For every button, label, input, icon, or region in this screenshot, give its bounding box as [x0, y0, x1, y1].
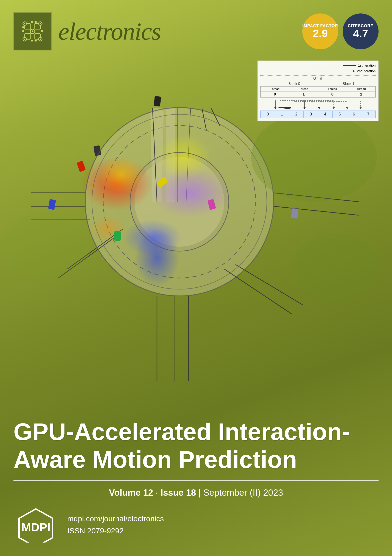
circuit-icon: [18, 17, 47, 46]
thread-header-0: Thread: [261, 86, 289, 92]
svg-marker-100: [360, 107, 362, 109]
footer-text: mdpi.com/journal/electronics ISSN 2079-9…: [67, 512, 164, 537]
gpu-diagram: 1st Iteration 2nd Iteration Grid Block 0…: [258, 61, 378, 121]
svg-point-54: [32, 31, 33, 32]
svg-rect-31: [77, 161, 86, 172]
svg-point-43: [291, 233, 381, 305]
svg-point-41: [251, 112, 377, 202]
iteration-legend-2: 2nd Iteration: [342, 69, 376, 73]
article-title: GPU-Accelerated Interaction-Aware Motion…: [14, 418, 378, 473]
thread-header-1: Thread: [289, 86, 318, 92]
footer-url: mdpi.com/journal/electronics: [67, 512, 164, 525]
issn-value: 2079-9292: [87, 526, 124, 535]
svg-point-28: [134, 229, 180, 287]
num-1: 1: [275, 111, 289, 118]
volume-info: Volume 12 · Issue 18 | September (II) 20…: [14, 488, 378, 498]
svg-text:MDPI: MDPI: [21, 521, 50, 534]
grid-label: Grid: [260, 75, 376, 80]
num-0: 0: [261, 111, 275, 118]
svg-rect-30: [154, 96, 161, 107]
threads-table: Thread Thread Thread Thread 0 1 0 1: [260, 86, 376, 98]
date-separator: |: [198, 488, 204, 497]
svg-rect-72: [23, 30, 24, 32]
header: electronics IMPACT FACTOR 2.9 CITESCORE …: [0, 9, 392, 54]
mdpi-logo: MDPI: [14, 507, 58, 542]
dot-separator: ·: [156, 488, 161, 497]
svg-rect-36: [291, 208, 298, 219]
block-1-label: Block 1: [321, 82, 376, 86]
svg-marker-84: [274, 107, 276, 109]
num-5: 5: [332, 111, 347, 118]
svg-point-42: [0, 213, 90, 280]
badges-container: IMPACT FACTOR 2.9 CITESCORE 4.7: [302, 14, 378, 49]
svg-point-26: [150, 168, 231, 217]
impact-factor-value: 2.9: [313, 28, 328, 39]
volume-label: Volume 12: [109, 488, 153, 497]
svg-marker-86: [276, 107, 290, 109]
svg-line-18: [274, 206, 359, 215]
thread-num-0: 0: [261, 92, 289, 98]
svg-rect-77: [31, 40, 33, 41]
second-iteration-label: 2nd Iteration: [357, 69, 376, 73]
svg-point-46: [24, 23, 25, 24]
num-6: 6: [347, 111, 361, 118]
svg-point-50: [24, 39, 25, 40]
svg-point-48: [40, 23, 41, 24]
num-2: 2: [289, 111, 304, 118]
svg-line-21: [224, 269, 291, 314]
svg-point-24: [99, 157, 143, 193]
issue-label: Issue 18: [161, 488, 196, 497]
arrows-svg: [260, 99, 376, 110]
footer: MDPI mdpi.com/journal/electronics ISSN 2…: [14, 507, 378, 542]
numbers-table: 0 1 2 3 4 5 6 7: [260, 110, 376, 118]
iteration-legend-1: 1st Iteration: [343, 63, 376, 67]
svg-marker-80: [354, 65, 356, 66]
num-3: 3: [304, 111, 318, 118]
bottom-section: GPU-Accelerated Interaction-Aware Motion…: [0, 418, 392, 556]
page: electronics IMPACT FACTOR 2.9 CITESCORE …: [0, 0, 392, 556]
block-0-label: Block 0: [267, 82, 321, 86]
journal-logo: [14, 12, 52, 50]
citescore-value: 4.7: [353, 28, 368, 39]
svg-rect-33: [48, 199, 56, 210]
svg-marker-94: [333, 107, 335, 109]
svg-marker-91: [318, 107, 320, 109]
first-iteration-label: 1st Iteration: [358, 63, 376, 67]
footer-issn: ISSN 2079-9292: [67, 525, 164, 537]
num-7: 7: [361, 111, 376, 118]
svg-rect-34: [114, 231, 121, 241]
date-label: September (II) 2023: [204, 488, 283, 497]
svg-point-52: [40, 39, 41, 40]
issn-label: ISSN: [67, 526, 85, 535]
divider: [14, 480, 378, 481]
thread-num-1: 1: [289, 92, 318, 98]
svg-marker-97: [346, 107, 348, 109]
thread-header-2: Thread: [318, 86, 347, 92]
svg-rect-78: [35, 40, 37, 41]
num-4: 4: [318, 111, 332, 118]
svg-rect-76: [35, 21, 37, 23]
svg-marker-82: [353, 70, 355, 72]
impact-factor-badge: IMPACT FACTOR 2.9: [302, 14, 338, 49]
svg-marker-89: [303, 107, 306, 109]
thread-num-2: 0: [318, 92, 347, 98]
svg-rect-74: [41, 30, 43, 32]
thread-header-3: Thread: [347, 86, 376, 92]
journal-title: electronics: [58, 17, 302, 46]
citescore-badge: CITESCORE 4.7: [343, 14, 378, 49]
gpu-diagram-inner: 1st Iteration 2nd Iteration Grid Block 0…: [260, 63, 376, 118]
thread-num-3: 1: [347, 92, 376, 98]
svg-rect-73: [23, 26, 24, 29]
svg-rect-75: [31, 21, 33, 23]
